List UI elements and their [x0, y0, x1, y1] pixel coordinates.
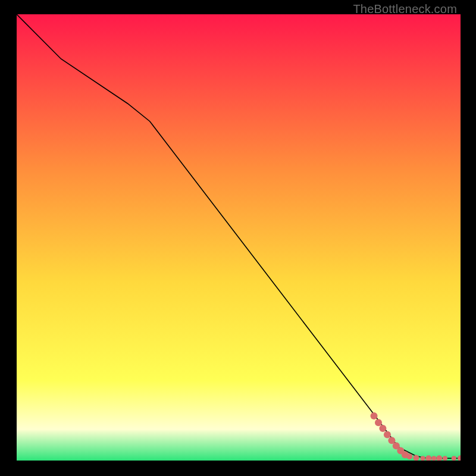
chart-frame: TheBottleneck.com	[0, 0, 476, 476]
plot-area	[17, 14, 461, 461]
data-marker	[375, 419, 382, 426]
data-marker	[452, 456, 456, 461]
data-marker	[421, 456, 425, 461]
data-marker	[431, 456, 436, 461]
data-marker	[371, 412, 378, 419]
data-marker	[443, 456, 447, 461]
data-marker	[384, 431, 391, 439]
data-marker	[406, 453, 412, 459]
chart-svg	[17, 14, 461, 461]
data-marker	[379, 425, 386, 432]
